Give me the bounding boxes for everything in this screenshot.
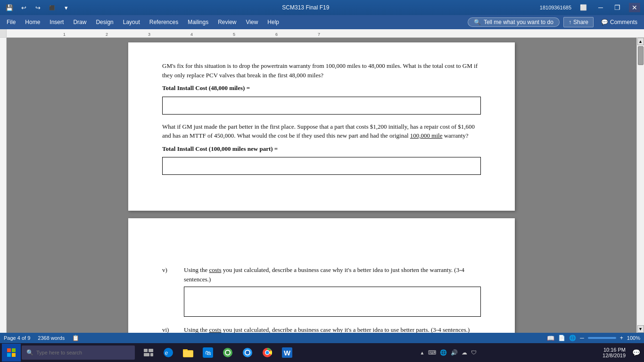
start-button[interactable] <box>2 344 21 362</box>
taskbar-chrome[interactable] <box>258 344 276 362</box>
menu-file[interactable]: File <box>2 17 20 27</box>
page-top: GM's fix for this situation is to drop t… <box>128 42 515 211</box>
question-v-row: v) Using the costs you just calculated, … <box>162 265 481 321</box>
zoom-level: 100% <box>627 335 640 341</box>
svg-point-24 <box>226 351 230 354</box>
chevron-up-icon[interactable]: ▲ <box>420 350 425 355</box>
svg-text:e: e <box>165 349 168 356</box>
menu-mailings[interactable]: Mailings <box>183 17 213 27</box>
security-icon[interactable]: 🛡 <box>471 349 477 356</box>
zoom-slider[interactable] <box>588 337 616 339</box>
answer-box-100k[interactable] <box>162 157 481 175</box>
question-vi-row: vi) Using the costs you just calculated,… <box>162 325 481 333</box>
q-vi-text: Using the costs you just calculated, des… <box>184 325 481 333</box>
svg-rect-14 <box>150 353 153 356</box>
menu-layout[interactable]: Layout <box>118 17 145 27</box>
taskbar-edge[interactable]: e <box>159 344 177 362</box>
taskbar: 🔍 e <box>0 343 644 362</box>
scroll-up-arrow[interactable]: ▲ <box>637 38 644 45</box>
autosave-icon[interactable]: ⬛ <box>46 2 58 13</box>
clock-time: 10:16 PM <box>603 347 626 353</box>
svg-rect-12 <box>149 349 153 352</box>
svg-rect-9 <box>7 353 11 357</box>
menu-home[interactable]: Home <box>20 17 45 27</box>
share-button[interactable]: ↑ Share <box>563 17 594 27</box>
svg-text:5: 5 <box>233 32 235 37</box>
tell-me-bar[interactable]: 🔍 Tell me what you want to do <box>468 17 560 27</box>
q-v-text: Using the costs you just calculated, des… <box>184 265 481 284</box>
search-icon: 🔍 <box>474 19 481 25</box>
status-right-icons: 📖 📄 🌐 ─ + 100% <box>547 335 640 342</box>
system-tray: ▲ ⌨ 🌐 🔊 ☁ 🛡 <box>420 349 479 356</box>
paragraph-warranty-fix: GM's fix for this situation is to drop t… <box>162 61 481 80</box>
title-bar: 💾 ↩ ↪ ⬛ ▾ SCM313 Final F19 18109361685 ⬜… <box>0 0 644 15</box>
search-input[interactable] <box>36 350 130 355</box>
read-mode-icon[interactable]: 📖 <box>547 335 554 342</box>
comments-button[interactable]: 💬 Comments <box>596 17 642 27</box>
tell-me-text: Tell me what you want to do <box>484 19 553 25</box>
taskbar-apps: e 🛍 <box>140 344 296 362</box>
keyboard-icon[interactable]: ⌨ <box>428 349 436 356</box>
menu-design[interactable]: Design <box>91 17 118 27</box>
print-layout-icon[interactable]: 📄 <box>558 335 565 341</box>
page-info: Page 4 of 9 <box>4 335 30 341</box>
q-v-label: v) <box>162 265 176 321</box>
scroll-thumb[interactable] <box>638 46 644 65</box>
notification-icon[interactable]: 💬 <box>630 349 642 356</box>
svg-text:1: 1 <box>63 32 66 37</box>
network-icon[interactable]: 🌐 <box>440 349 447 356</box>
svg-text:7: 7 <box>318 32 320 37</box>
volume-icon[interactable]: 🔊 <box>451 349 458 356</box>
paragraph-better-part: What if GM just made the part better in … <box>162 122 481 140</box>
share-label: Share <box>573 19 588 25</box>
onedrive-icon[interactable]: ☁ <box>462 349 467 356</box>
quick-access-dropdown[interactable]: ▾ <box>60 2 72 13</box>
answer-box-48k[interactable] <box>162 97 481 115</box>
menu-draw[interactable]: Draw <box>68 17 91 27</box>
taskbar-search[interactable]: 🔍 <box>22 346 135 360</box>
share-icon: ↑ <box>569 19 571 25</box>
menu-review[interactable]: Review <box>213 17 241 27</box>
taskbar-store[interactable]: 🛍 <box>199 344 217 362</box>
menu-references[interactable]: References <box>145 17 183 27</box>
cortana-search-icon: 🔍 <box>26 349 33 356</box>
label-100k-new-part: Total Install Cost (100,000 miles new pa… <box>162 144 481 154</box>
menu-bar: File Home Insert Draw Design Layout Refe… <box>0 15 644 29</box>
menu-view[interactable]: View <box>241 17 263 27</box>
menu-help[interactable]: Help <box>263 17 284 27</box>
svg-text:W: W <box>284 349 291 357</box>
taskbar-chrome-green[interactable] <box>219 344 237 362</box>
svg-point-30 <box>266 351 269 354</box>
scroll-track <box>637 45 644 325</box>
zoom-in-icon[interactable]: + <box>620 335 623 341</box>
menu-insert[interactable]: Insert <box>45 17 68 27</box>
quick-access-toolbar: 💾 ↩ ↪ ⬛ ▾ <box>4 2 72 13</box>
taskbar-task-view[interactable] <box>140 344 157 362</box>
content-scroll[interactable]: GM's fix for this situation is to drop t… <box>7 38 636 333</box>
svg-text:🛍: 🛍 <box>205 349 211 356</box>
zoom-out-icon[interactable]: ─ <box>580 335 584 341</box>
right-scrollbar[interactable]: ▲ ▼ <box>636 38 644 333</box>
scroll-down-arrow[interactable]: ▼ <box>637 325 644 333</box>
minimize-button[interactable]: ─ <box>595 3 606 12</box>
answer-box-v[interactable] <box>184 287 481 317</box>
proofread-icon[interactable]: 📋 <box>72 335 79 341</box>
q-vi-label: vi) <box>162 325 176 333</box>
ruler-track: 1 2 3 4 5 6 7 <box>7 29 644 37</box>
undo-icon[interactable]: ↩ <box>18 2 29 13</box>
restore-down-icon[interactable]: ⬜ <box>577 3 590 12</box>
ruler-left-margin <box>0 29 7 37</box>
taskbar-word[interactable]: W <box>278 344 296 362</box>
save-icon[interactable]: 💾 <box>4 2 15 13</box>
restore-button[interactable]: ❐ <box>611 3 623 12</box>
taskbar-file-explorer[interactable] <box>179 344 197 362</box>
svg-text:2: 2 <box>106 32 108 37</box>
close-button[interactable]: ✕ <box>629 3 640 12</box>
web-layout-icon[interactable]: 🌐 <box>569 335 576 341</box>
page-bottom: v) Using the costs you just calculated, … <box>128 218 515 333</box>
clock-area[interactable]: 10:16 PM 12/8/2019 <box>603 347 629 358</box>
taskbar-chrome-blue[interactable] <box>239 344 256 362</box>
q-vi-body: Using the costs you just calculated, des… <box>184 325 481 333</box>
redo-icon[interactable]: ↪ <box>32 2 43 13</box>
svg-rect-11 <box>144 349 148 352</box>
